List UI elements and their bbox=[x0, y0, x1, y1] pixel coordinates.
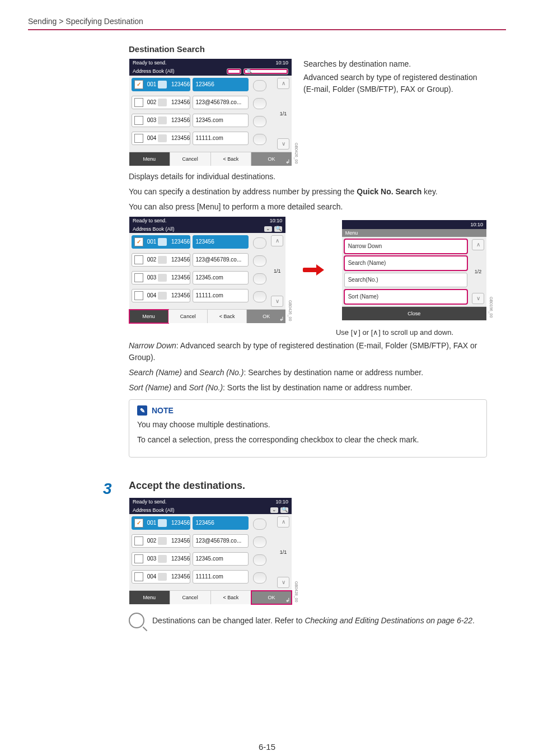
list-row[interactable]: 003123456 bbox=[132, 552, 190, 566]
detail-button[interactable] bbox=[253, 273, 266, 284]
panel-status: Ready to send. bbox=[133, 218, 167, 223]
list-row[interactable]: 004 123456 bbox=[132, 132, 190, 145]
detail-button[interactable] bbox=[253, 291, 266, 302]
scroll-up-button[interactable]: ∧ bbox=[271, 235, 283, 246]
panel-status: Ready to send. bbox=[133, 60, 167, 66]
type-icon bbox=[158, 81, 167, 88]
type-dropdown[interactable]: ⌄ bbox=[270, 507, 278, 513]
list-row[interactable]: 001123456 bbox=[132, 235, 190, 249]
checkbox-icon[interactable] bbox=[134, 291, 143, 300]
checkbox-icon[interactable] bbox=[134, 237, 143, 246]
row-no: 003 bbox=[146, 118, 158, 123]
annotation-advanced-search: Advanced search by type of registered de… bbox=[303, 72, 487, 95]
row-addr: 11111.com bbox=[193, 570, 249, 584]
page-number: 6-15 bbox=[28, 742, 506, 752]
name-search-input[interactable]: 🔍 bbox=[243, 68, 288, 74]
menu-panel: 10:10 Menu Narrow Down Search (Name) Sea… bbox=[341, 220, 487, 321]
panel-time: 10:10 bbox=[470, 222, 483, 227]
list-row[interactable]: 001123456 bbox=[132, 516, 190, 530]
checkbox-icon[interactable] bbox=[134, 554, 143, 563]
menu-item-narrow-down[interactable]: Narrow Down bbox=[344, 239, 467, 254]
panel-title: Address Book (All) bbox=[133, 69, 175, 74]
menu-item-sort-name[interactable]: Sort (Name) bbox=[344, 290, 467, 304]
menu-item-search-name[interactable]: Search (Name) bbox=[344, 256, 467, 270]
back-button[interactable]: < Back bbox=[211, 591, 252, 604]
detail-button[interactable] bbox=[253, 554, 266, 566]
name-search-input[interactable]: 🔍 bbox=[274, 226, 282, 232]
cancel-button[interactable]: Cancel bbox=[170, 152, 211, 166]
list-row[interactable]: 004123456 bbox=[132, 570, 190, 584]
type-icon bbox=[158, 537, 167, 545]
back-button[interactable]: < Back bbox=[208, 310, 247, 323]
checkbox-icon[interactable] bbox=[134, 519, 143, 528]
page-indicator: 1/2 bbox=[475, 269, 482, 274]
row-no: 001 bbox=[146, 520, 158, 526]
scroll-up-button[interactable]: ∧ bbox=[277, 78, 289, 89]
list-row[interactable]: 001 123456 bbox=[132, 78, 190, 91]
checkbox-icon[interactable] bbox=[134, 536, 143, 545]
scroll-up-button[interactable]: ∧ bbox=[472, 239, 484, 250]
gb-code: GB0196_00 bbox=[489, 297, 493, 318]
list-row[interactable]: 003123456 bbox=[132, 271, 190, 284]
scroll-down-button[interactable]: ∨ bbox=[472, 293, 484, 304]
row-name: 123456 bbox=[169, 100, 190, 105]
list-row[interactable]: 003 123456 bbox=[132, 114, 190, 127]
checkbox-icon[interactable] bbox=[134, 273, 143, 282]
row-addr: 11111.com bbox=[193, 132, 249, 145]
name-search-input[interactable]: 🔍 bbox=[280, 507, 288, 513]
checkbox-icon[interactable] bbox=[134, 134, 143, 143]
detail-button[interactable] bbox=[253, 572, 266, 584]
page-indicator: 1/1 bbox=[274, 269, 281, 274]
type-icon bbox=[158, 274, 167, 282]
detail-button[interactable] bbox=[253, 98, 266, 109]
list-row[interactable]: 002 123456 bbox=[132, 96, 190, 109]
row-name: 123456 bbox=[169, 257, 190, 263]
row-name: 123456 bbox=[169, 82, 190, 87]
type-dropdown[interactable]: ⌄ bbox=[264, 226, 272, 232]
cancel-button[interactable]: Cancel bbox=[168, 310, 208, 323]
menu-item-search-no[interactable]: Search(No.) bbox=[344, 273, 467, 287]
detail-button[interactable] bbox=[253, 116, 266, 127]
detail-button[interactable] bbox=[253, 80, 266, 91]
checkbox-icon[interactable] bbox=[134, 255, 143, 264]
address-book-panel-3: Ready to send. 10:10 Address Book (All) … bbox=[129, 497, 292, 605]
checkbox-icon[interactable] bbox=[134, 116, 143, 125]
list-row[interactable]: 002123456 bbox=[132, 253, 190, 267]
scroll-down-button[interactable]: ∨ bbox=[277, 138, 289, 150]
menu-button[interactable]: Menu bbox=[129, 591, 170, 604]
type-icon bbox=[158, 573, 167, 581]
menu-button[interactable]: Menu bbox=[129, 152, 170, 166]
row-name: 123456 bbox=[169, 293, 190, 298]
quick-search-text: You can specify a destination by address… bbox=[129, 186, 487, 198]
checkbox-icon[interactable] bbox=[134, 572, 143, 581]
detail-button[interactable] bbox=[253, 134, 266, 145]
type-icon bbox=[158, 292, 167, 300]
back-button[interactable]: < Back bbox=[211, 152, 252, 166]
row-no: 001 bbox=[146, 239, 158, 245]
cancel-button[interactable]: Cancel bbox=[170, 591, 211, 604]
arrow-right-icon bbox=[303, 265, 324, 275]
scroll-hint: Use [∨] or [∧] to scroll up and down. bbox=[129, 328, 453, 337]
row-name: 123456 bbox=[169, 136, 190, 141]
ok-button[interactable]: OK↲ bbox=[251, 591, 292, 604]
breadcrumb: Sending > Specifying Destination bbox=[28, 17, 506, 30]
checkbox-icon[interactable] bbox=[134, 80, 143, 89]
detail-button[interactable] bbox=[253, 536, 266, 548]
list-row[interactable]: 004123456 bbox=[132, 289, 190, 302]
list-row[interactable]: 002123456 bbox=[132, 534, 190, 548]
detail-button[interactable] bbox=[253, 237, 266, 249]
row-name: 123456 bbox=[169, 574, 190, 580]
scroll-up-button[interactable]: ∧ bbox=[277, 516, 289, 528]
type-dropdown[interactable]: ⌄ bbox=[227, 68, 241, 74]
ok-button[interactable]: OK↲ bbox=[247, 310, 285, 323]
ok-button[interactable]: OK↲ bbox=[251, 152, 292, 166]
detail-button[interactable] bbox=[253, 519, 266, 530]
checkbox-icon[interactable] bbox=[134, 98, 143, 107]
row-no: 001 bbox=[146, 82, 158, 87]
scroll-down-button[interactable]: ∨ bbox=[277, 577, 289, 588]
scroll-down-button[interactable]: ∨ bbox=[271, 296, 283, 307]
close-button[interactable]: Close bbox=[342, 307, 486, 320]
menu-button[interactable]: Menu bbox=[129, 310, 168, 323]
row-no: 002 bbox=[146, 538, 158, 544]
detail-button[interactable] bbox=[253, 255, 266, 267]
